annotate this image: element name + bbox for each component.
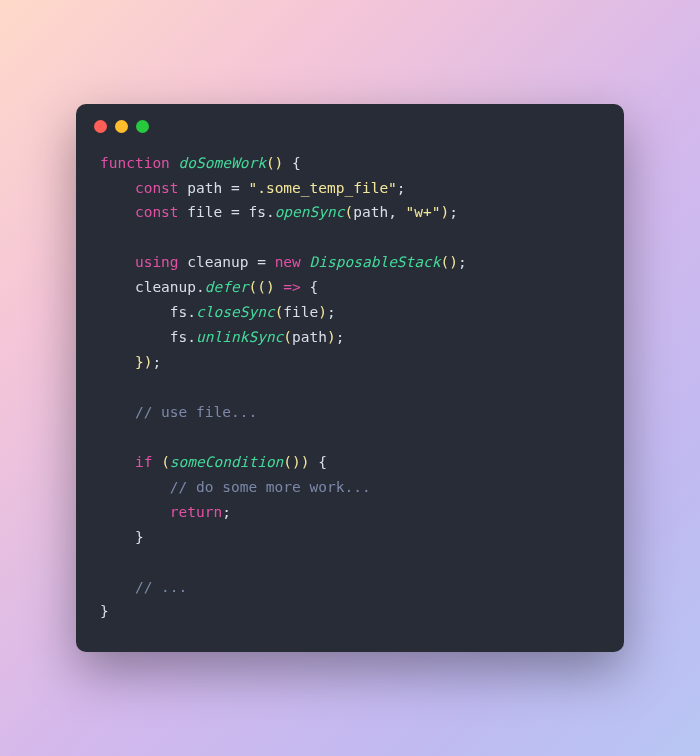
code-line: const path = ".some_temp_file"; [100, 180, 406, 196]
code-line: } [100, 603, 109, 619]
code-block: function doSomeWork() { const path = ".s… [76, 141, 624, 653]
code-line: function doSomeWork() { [100, 155, 301, 171]
code-line: } [100, 529, 144, 545]
code-line: }); [100, 354, 161, 370]
code-line: // use file... [100, 404, 257, 420]
code-line: fs.closeSync(file); [100, 304, 336, 320]
code-line: const file = fs.openSync(path, "w+"); [100, 204, 458, 220]
code-line: if (someCondition()) { [100, 454, 327, 470]
code-line: // do some more work... [100, 479, 371, 495]
maximize-icon[interactable] [136, 120, 149, 133]
code-line: // ... [100, 579, 187, 595]
window-titlebar [76, 104, 624, 141]
code-line: return; [100, 504, 231, 520]
minimize-icon[interactable] [115, 120, 128, 133]
code-line: using cleanup = new DisposableStack(); [100, 254, 467, 270]
code-line: fs.unlinkSync(path); [100, 329, 344, 345]
code-window: function doSomeWork() { const path = ".s… [76, 104, 624, 653]
close-icon[interactable] [94, 120, 107, 133]
code-line: cleanup.defer(() => { [100, 279, 318, 295]
